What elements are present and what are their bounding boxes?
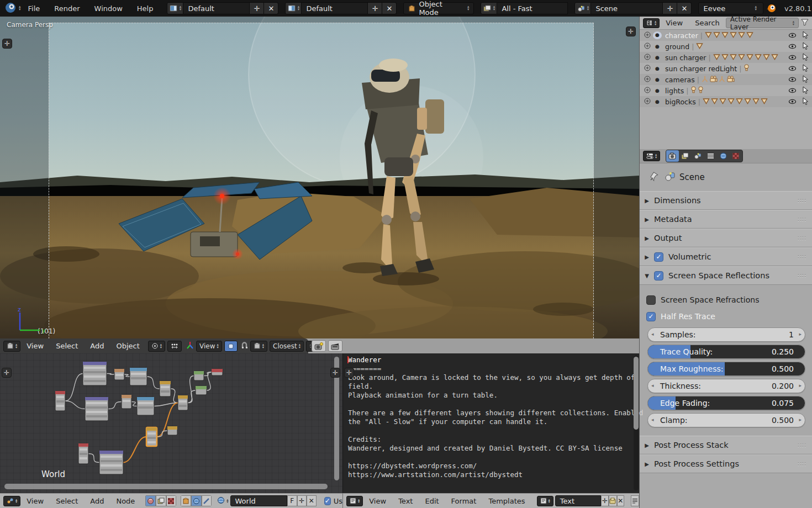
shader-node-12[interactable] [146,427,157,446]
outliner-row-ground[interactable]: ●ground| [640,41,812,52]
expand-icon[interactable] [644,43,651,51]
fake-user-button[interactable]: F [287,495,297,506]
engine-dropdown[interactable]: Eevee [698,2,763,14]
panel-header-post-process-stack[interactable]: ▶Post Process Stack∷∷ [640,436,812,454]
menu-render[interactable]: Render [54,4,80,13]
selectable-cursor-icon[interactable] [802,75,809,84]
object-context-icon[interactable] [181,495,191,506]
editor-type-button[interactable]: ▴▾ [3,341,20,352]
object-shader-icon[interactable] [145,495,156,506]
selectable-cursor-icon[interactable] [802,53,809,62]
outliner-row-character[interactable]: ●character| [640,30,812,41]
shader-node-15[interactable] [99,451,123,474]
tab-render[interactable] [666,150,679,162]
panel-grip-icon[interactable]: ∷∷ [798,442,806,449]
panel-header-screen-space-reflections[interactable]: ▼✓Screen Space Reflections∷∷ [640,266,812,285]
workspace-field[interactable]: Default [183,2,250,14]
transform-gizmos-button[interactable] [167,341,182,352]
shader-node-5[interactable] [212,369,223,375]
render-animation-button[interactable] [328,340,342,352]
workspace-field[interactable]: Default [302,2,368,14]
hide-eye-icon[interactable] [788,31,797,40]
shader-node-7[interactable] [55,391,65,411]
expand-icon[interactable] [644,76,651,84]
transform-orientation-dropdown[interactable]: View▴▾ [196,341,222,352]
outliner-row-sun-charger-redLight[interactable]: ●sun charger redLight| [640,63,812,74]
outliner-row-bigRocks[interactable]: ●bigRocks| [640,96,812,107]
selectable-cursor-icon[interactable] [802,42,809,51]
sidebar-expand-tab[interactable]: ✛ [330,368,340,378]
render-image-button[interactable] [312,340,326,352]
panel-header-output[interactable]: ▶Output∷∷ [640,229,812,247]
object-name[interactable]: ground [665,43,689,51]
shader-node-editor[interactable]: World ✛ ✛ [0,353,342,493]
word-wrap-button[interactable] [631,495,639,506]
increment-arrow-icon[interactable]: ▸ [799,331,802,337]
panel-grip-icon[interactable]: ∷∷ [798,461,806,468]
viewport-menu-add[interactable]: Add [90,342,104,350]
hide-eye-icon[interactable] [788,43,797,51]
selectable-cursor-icon[interactable] [802,86,809,96]
node-menu-view[interactable]: View [27,497,44,505]
editor-type-button[interactable]: ▴▾ [643,151,660,161]
add-workspace-button[interactable]: ✛ [250,2,264,14]
outliner-row-cameras[interactable]: ●cameras| [640,74,812,85]
object-name[interactable]: sun charger [665,54,706,62]
hide-eye-icon[interactable] [788,54,797,62]
image-shader-icon[interactable] [156,495,166,506]
panel-grip-icon[interactable]: ∷∷ [798,235,806,242]
node-menu-select[interactable]: Select [56,497,78,505]
text-menu-templates[interactable]: Templates [488,497,525,505]
screen-layout-icon[interactable]: ▴▾ [285,2,302,14]
object-name[interactable]: character [665,31,698,40]
horizontal-scrollbar[interactable] [4,484,328,489]
decrement-arrow-icon[interactable]: ◂ [651,383,654,388]
text-menu-view[interactable]: View [369,497,386,505]
sidebar-expand-tab[interactable]: ✛ [626,27,636,36]
selectable-cursor-icon[interactable] [802,31,809,40]
expand-icon[interactable] [644,98,651,106]
menu-help[interactable]: Help [137,4,154,13]
slider-max-roughness[interactable]: Max Roughness:0.500 [647,362,805,376]
unlink-datablock-button[interactable]: ✕ [307,495,317,506]
menu-file[interactable]: File [28,4,40,13]
panel-checkbox[interactable]: ✓ [654,271,663,281]
slider-samples[interactable]: ◂▸Samples:1 [647,327,805,342]
editor-type-button[interactable]: ▴▾ [346,496,363,506]
screen-layout-icon[interactable]: ▴▾ [167,2,183,14]
texture-shader-icon[interactable] [166,495,177,506]
object-name[interactable]: sun charger redLight [665,65,737,73]
panel-grip-icon[interactable]: ∷∷ [798,253,806,261]
open-text-button[interactable] [609,495,617,506]
shader-node-1[interactable] [114,369,124,380]
hide-eye-icon[interactable] [788,98,797,106]
text-datablock-field[interactable]: Text [555,495,602,506]
object-mode-dropdown[interactable]: Object Mode▴▾ [403,2,474,14]
object-name[interactable]: lights [665,87,684,95]
new-text-button[interactable]: ✛ [601,495,608,506]
hide-eye-icon[interactable] [788,76,797,84]
toolbar-expand-tab[interactable]: ✛ [2,368,12,378]
magnet-icon[interactable] [241,342,248,351]
slider-edge-fading[interactable]: Edge Fading:0.075 [647,396,805,410]
delete-workspace-button[interactable]: ✕ [382,2,397,14]
node-menu-node[interactable]: Node [116,497,135,505]
tab-output[interactable] [679,150,692,162]
slider-trace-quality[interactable]: Trace Quality:0.250 [647,345,805,359]
outliner-menu-view[interactable]: View [666,19,683,27]
sidebar-expand-tab[interactable]: ✛ [344,368,354,378]
slider-thickness[interactable]: ◂▸Thickness:0.200 [647,379,805,393]
shader-node-3[interactable] [160,381,171,396]
menu-window[interactable]: Window [94,4,123,13]
shader-node-10[interactable] [137,397,154,415]
shader-node-11[interactable] [178,395,188,410]
text-editor[interactable]: Wanderer========Look around, Camera is l… [342,353,639,493]
tab-texture[interactable] [730,150,742,162]
pivot-point-dropdown[interactable]: ▴▾ [148,341,165,352]
snap-with-icon[interactable]: ▴▾ [250,341,267,352]
pin-icon[interactable] [648,171,660,184]
selectable-cursor-icon[interactable] [802,64,809,73]
panel-grip-icon[interactable]: ∷∷ [798,272,806,279]
viewport-menu-view[interactable]: View [27,342,44,350]
hide-eye-icon[interactable] [788,87,797,95]
